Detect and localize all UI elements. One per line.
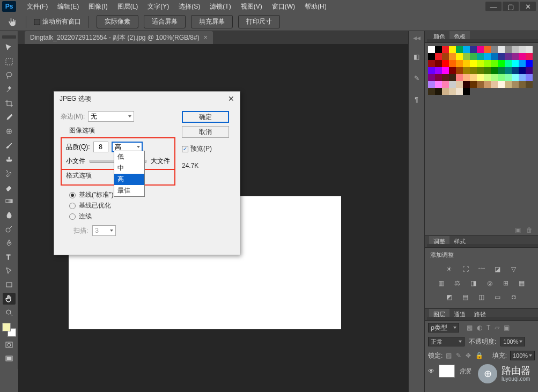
threshold-icon[interactable]: ◫	[477, 292, 487, 302]
color-swatch[interactable]	[449, 67, 456, 74]
menu-image[interactable]: 图像(I)	[84, 2, 112, 11]
scans-select[interactable]: 3	[92, 225, 116, 236]
color-swatch[interactable]	[512, 67, 519, 74]
menu-edit[interactable]: 编辑(E)	[53, 2, 83, 11]
color-swatch[interactable]	[442, 81, 449, 88]
color-swatch[interactable]	[456, 46, 463, 53]
menu-window[interactable]: 窗口(W)	[268, 2, 299, 11]
new-swatch-icon[interactable]: ▣	[515, 226, 521, 234]
color-swatch[interactable]	[484, 67, 491, 74]
color-swatch[interactable]	[435, 81, 442, 88]
color-swatch[interactable]	[519, 81, 526, 88]
fill-screen-button[interactable]: 填充屏幕	[191, 15, 233, 28]
color-swatch[interactable]	[484, 53, 491, 60]
brightness-icon[interactable]: ☀	[445, 264, 454, 274]
color-swatch[interactable]	[428, 67, 435, 74]
color-swatch[interactable]	[512, 74, 519, 81]
tab-layers[interactable]: 图层	[429, 309, 449, 320]
menu-select[interactable]: 选择(S)	[174, 2, 204, 11]
preset-option-best[interactable]: 最佳	[114, 185, 144, 196]
posterize-icon[interactable]: ▤	[461, 292, 470, 302]
exposure-icon[interactable]: ◪	[493, 264, 503, 274]
balance-icon[interactable]: ⚖	[453, 278, 462, 288]
color-swatch[interactable]	[428, 60, 435, 67]
color-swatch[interactable]	[491, 81, 498, 88]
color-swatch[interactable]	[477, 60, 484, 67]
curves-icon[interactable]: 〰	[477, 264, 487, 274]
color-swatch[interactable]	[470, 53, 477, 60]
filter-smart-icon[interactable]: ▣	[504, 324, 510, 331]
bw-icon[interactable]: ◨	[469, 278, 478, 288]
color-swatch[interactable]	[519, 53, 526, 60]
channel-mixer-icon[interactable]: ⊞	[501, 278, 511, 288]
lock-position-icon[interactable]: ✥	[466, 352, 471, 359]
menu-file[interactable]: 文件(F)	[23, 2, 52, 11]
tab-styles[interactable]: 样式	[449, 236, 470, 247]
color-swatch[interactable]	[477, 53, 484, 60]
color-swatch[interactable]	[519, 46, 526, 53]
path-selection-tool-icon[interactable]	[3, 265, 16, 277]
print-size-button[interactable]: 打印尺寸	[238, 15, 280, 28]
quick-mask-icon[interactable]	[3, 339, 16, 351]
document-tab[interactable]: Dingtalk_20220729112554 - 副本 (2).jpg @ 1…	[25, 31, 213, 45]
move-tool-icon[interactable]	[3, 42, 16, 54]
menu-view[interactable]: 视图(V)	[237, 2, 267, 11]
dialog-close-icon[interactable]: ✕	[228, 94, 234, 103]
preset-option-medium[interactable]: 中	[114, 162, 144, 174]
color-swatch[interactable]	[463, 88, 470, 95]
lasso-tool-icon[interactable]	[3, 70, 16, 82]
color-swatch[interactable]	[449, 46, 456, 53]
cancel-button[interactable]: 取消	[182, 126, 229, 138]
filter-type-icon[interactable]: T	[487, 324, 490, 331]
lookup-icon[interactable]: ▦	[517, 278, 527, 288]
maximize-button[interactable]: ▢	[503, 2, 519, 11]
color-swatch[interactable]	[449, 60, 456, 67]
fit-screen-button[interactable]: 适合屏幕	[144, 15, 186, 28]
color-swatch[interactable]	[512, 46, 519, 53]
clone-stamp-tool-icon[interactable]	[3, 153, 16, 165]
fill-value[interactable]: 100%	[510, 351, 535, 360]
color-swatch[interactable]	[456, 53, 463, 60]
preview-checkbox[interactable]: ✓预览(P)	[182, 144, 233, 153]
filter-shape-icon[interactable]: ▱	[495, 324, 499, 331]
color-swatch[interactable]	[505, 74, 512, 81]
color-swatch[interactable]	[463, 46, 470, 53]
color-swatch[interactable]	[442, 46, 449, 53]
color-swatch[interactable]	[470, 81, 477, 88]
filter-adjust-icon[interactable]: ◐	[477, 324, 482, 331]
color-swatch[interactable]	[505, 46, 512, 53]
gradient-map-icon[interactable]: ▭	[493, 292, 503, 302]
color-swatch[interactable]	[505, 67, 512, 74]
history-icon[interactable]: ◧	[411, 51, 422, 62]
tab-adjustments[interactable]: 调整	[429, 236, 449, 247]
radio-progressive[interactable]: 连续	[69, 212, 171, 221]
filter-pixel-icon[interactable]: ▩	[467, 324, 473, 331]
hue-icon[interactable]: ▥	[437, 278, 446, 288]
color-swatch[interactable]	[519, 67, 526, 74]
layer-kind-select[interactable]: ρ 类型	[428, 323, 459, 332]
marquee-tool-icon[interactable]	[3, 56, 16, 68]
color-swatch[interactable]	[498, 67, 505, 74]
color-swatch[interactable]	[449, 88, 456, 95]
menu-layer[interactable]: 图层(L)	[113, 2, 143, 11]
zoom-tool-icon[interactable]	[3, 307, 16, 319]
color-swatch[interactable]	[526, 53, 533, 60]
color-swatch[interactable]	[526, 74, 533, 81]
tab-channels[interactable]: 通道	[449, 309, 470, 320]
color-swatch[interactable]	[449, 74, 456, 81]
levels-icon[interactable]: ⛶	[461, 264, 470, 274]
color-swatch[interactable]	[484, 46, 491, 53]
layer-thumbnail[interactable]	[439, 365, 455, 378]
preset-option-low[interactable]: 低	[114, 151, 144, 162]
color-swatch[interactable]	[463, 53, 470, 60]
close-button[interactable]: ✕	[520, 2, 536, 11]
eraser-tool-icon[interactable]	[3, 181, 16, 193]
lock-all-icon[interactable]: 🔒	[475, 352, 483, 359]
ok-button[interactable]: 确定	[182, 111, 229, 123]
menu-type[interactable]: 文字(Y)	[143, 2, 173, 11]
color-swatch[interactable]	[526, 67, 533, 74]
healing-brush-tool-icon[interactable]	[3, 125, 16, 137]
color-swatch[interactable]	[512, 53, 519, 60]
lock-pixels-icon[interactable]: ✎	[456, 352, 461, 359]
hand-tool-icon-selected[interactable]	[3, 293, 16, 305]
